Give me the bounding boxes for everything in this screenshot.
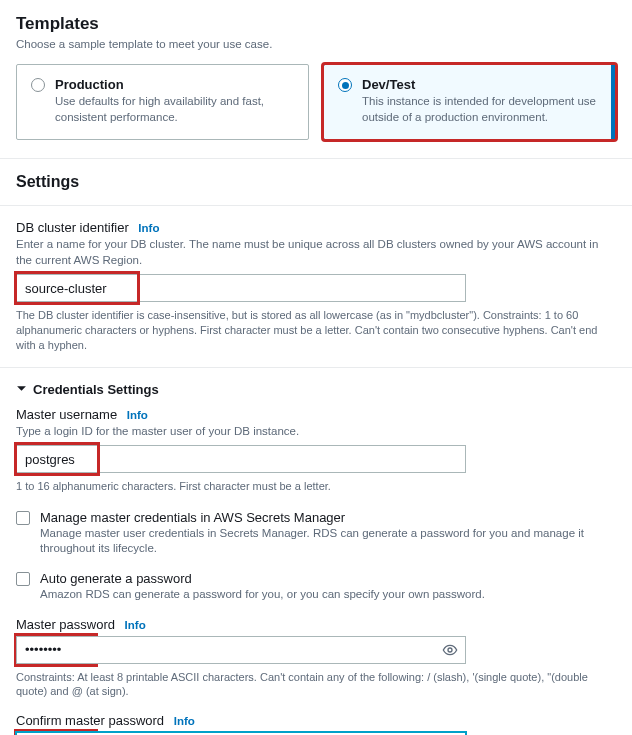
template-desc: This instance is intended for developmen… (362, 94, 601, 125)
master-password-constraint: Constraints: At least 8 printable ASCII … (16, 670, 616, 700)
template-title: Production (55, 77, 294, 92)
cluster-id-field: DB cluster identifier Info Enter a name … (16, 220, 616, 353)
cluster-id-input[interactable] (16, 274, 466, 302)
checkbox-icon (16, 572, 30, 586)
confirm-password-field: Confirm master password Info (16, 713, 616, 735)
master-username-label: Master username (16, 407, 117, 422)
secrets-manager-desc: Manage master user credentials in Secret… (40, 526, 616, 557)
settings-heading: Settings (16, 173, 616, 191)
svg-point-0 (448, 648, 452, 652)
master-password-label: Master password (16, 617, 115, 632)
master-username-field: Master username Info Type a login ID for… (16, 407, 616, 494)
auto-generate-desc: Amazon RDS can generate a password for y… (40, 587, 485, 603)
info-link[interactable]: Info (174, 715, 195, 727)
checkbox-icon (16, 511, 30, 525)
credentials-toggle[interactable]: Credentials Settings (16, 382, 616, 397)
templates-sub: Choose a sample template to meet your us… (16, 38, 616, 50)
credentials-header: Credentials Settings (33, 382, 159, 397)
eye-icon[interactable] (442, 642, 458, 658)
settings-panel: Settings DB cluster identifier Info Ente… (0, 159, 632, 735)
caret-down-icon (16, 382, 27, 397)
templates-options: Production Use defaults for high availab… (16, 64, 616, 140)
master-username-input[interactable] (16, 445, 466, 473)
radio-icon (338, 78, 352, 92)
master-password-field: Master password Info Constraints: At lea… (16, 617, 616, 700)
info-link[interactable]: Info (138, 222, 159, 234)
template-production[interactable]: Production Use defaults for high availab… (16, 64, 309, 140)
auto-generate-title: Auto generate a password (40, 571, 485, 586)
cluster-id-label: DB cluster identifier (16, 220, 129, 235)
auto-generate-option[interactable]: Auto generate a password Amazon RDS can … (16, 571, 616, 603)
info-link[interactable]: Info (125, 619, 146, 631)
confirm-password-label: Confirm master password (16, 713, 164, 728)
master-username-constraint: 1 to 16 alphanumeric characters. First c… (16, 479, 616, 494)
cluster-id-constraint: The DB cluster identifier is case-insens… (16, 308, 616, 353)
master-username-help: Type a login ID for the master user of y… (16, 424, 616, 440)
secrets-manager-option[interactable]: Manage master credentials in AWS Secrets… (16, 510, 616, 557)
radio-icon (31, 78, 45, 92)
template-title: Dev/Test (362, 77, 601, 92)
templates-heading: Templates (16, 14, 616, 34)
template-devtest[interactable]: Dev/Test This instance is intended for d… (323, 64, 616, 140)
secrets-manager-title: Manage master credentials in AWS Secrets… (40, 510, 616, 525)
master-password-input[interactable] (16, 636, 466, 664)
cluster-id-help: Enter a name for your DB cluster. The na… (16, 237, 616, 268)
info-link[interactable]: Info (127, 409, 148, 421)
templates-panel: Templates Choose a sample template to me… (0, 0, 632, 159)
template-desc: Use defaults for high availability and f… (55, 94, 294, 125)
